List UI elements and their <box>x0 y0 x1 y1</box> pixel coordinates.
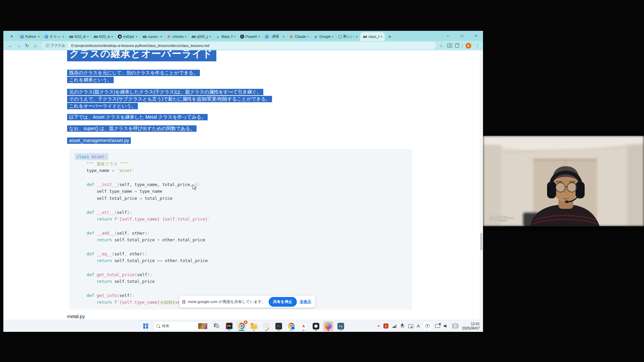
ime-pad-icon[interactable] <box>452 324 458 328</box>
tab-close-icon[interactable]: × <box>379 35 384 39</box>
tab-Python[interactable]: Python× <box>17 32 42 41</box>
maximize-button[interactable]: □ <box>455 31 469 41</box>
python-file-icon <box>337 323 344 329</box>
copilot-taskbar-button[interactable] <box>323 321 333 331</box>
running-indicator <box>265 330 267 331</box>
new-tab-button[interactable]: + <box>385 32 394 40</box>
participant-name: 小川慶一 <box>488 214 514 222</box>
tab-t020_la[interactable]: t020_la× <box>91 32 115 41</box>
kebab-menu-icon[interactable]: ⋮ <box>474 43 480 48</box>
chrome-profile2-taskbar-button[interactable] <box>286 321 296 331</box>
tab-Claude[interactable]: Claude× <box>287 32 311 41</box>
tab-label: PowerP <box>246 35 257 39</box>
tab-close-icon[interactable]: × <box>232 35 237 39</box>
tab-chrome[interactable]: chrome× <box>164 32 189 41</box>
github-icon <box>118 35 122 39</box>
home-icon[interactable]: ⌂ <box>31 42 40 50</box>
code-filename-label: asset_management/asset.py <box>67 137 131 144</box>
media-camera-icon[interactable] <box>447 44 452 48</box>
tab-close-icon[interactable]: × <box>306 35 310 39</box>
pycharm-taskbar-button[interactable] <box>224 321 234 331</box>
tab-label: t020_la <box>99 35 110 39</box>
tab-class_le[interactable]: class_le× <box>360 32 385 41</box>
extensions-puzzle-icon[interactable] <box>455 44 459 48</box>
file-scheme-chip[interactable]: ⓘ ファイル <box>43 43 68 49</box>
tab-close-icon[interactable]: × <box>37 35 41 39</box>
tab-close-icon[interactable]: × <box>86 35 90 39</box>
reload-icon[interactable]: ↻ <box>23 42 31 50</box>
tabs-container: Python×さらっと学×t010_tk×t020_la×md2pd×curso… <box>17 31 385 41</box>
tab-md2pd[interactable]: md2pd× <box>115 32 140 41</box>
tab-q000_p[interactable]: q000_p× <box>189 32 213 41</box>
notepad-taskbar-button[interactable] <box>261 321 271 331</box>
onedrive-paused-icon[interactable]: ☁ <box>392 324 397 328</box>
markdown-icon <box>69 35 73 39</box>
speaker-icon[interactable] <box>444 324 449 328</box>
ime-mode-icon[interactable]: A <box>417 323 420 328</box>
close-button[interactable]: × <box>469 31 483 41</box>
stop-sharing-button[interactable]: 共有を停止 <box>269 297 297 307</box>
tab-search-chevron-icon[interactable]: ▾ <box>7 32 17 40</box>
tab-close-icon[interactable]: × <box>159 35 163 39</box>
github-desktop-taskbar-button[interactable] <box>311 321 321 331</box>
tab-Marp: N[interactable]: Marp: N× <box>213 32 238 41</box>
scrollbar-thumb[interactable] <box>480 233 482 250</box>
bookmark-star-icon[interactable]: ☆ <box>438 43 444 48</box>
tab-close-icon[interactable]: × <box>183 35 188 39</box>
clock-widget[interactable]: 12:41 2025/06/07 <box>462 322 480 330</box>
tab-close-icon[interactable]: × <box>208 35 212 39</box>
running-indicator <box>340 330 342 331</box>
page-title: クラスの継承とオーバーライド <box>67 50 216 61</box>
explorer-taskbar-button[interactable] <box>249 321 259 331</box>
notepad-icon <box>264 323 269 329</box>
tab-cursor-[interactable]: cursor-× <box>140 32 164 41</box>
tab-strip: ▾ Python×さらっと学×t010_tk×t020_la×md2pd×cur… <box>3 31 483 41</box>
tray-expand-chevron-icon[interactable]: ^ <box>377 324 379 328</box>
tab-t010_tk[interactable]: t010_tk× <box>66 32 91 41</box>
code-line: return f'{self.type_name} {self.total_pr… <box>76 216 405 223</box>
profile-avatar[interactable]: k <box>466 43 471 49</box>
clock-date: 2025/06/07 <box>462 326 480 330</box>
address-bar[interactable]: ⓘ ファイル D:/projects/lessons/desktop-ui-le… <box>42 42 436 49</box>
tab-close-icon[interactable]: × <box>257 35 261 39</box>
hide-banner-link[interactable]: 非表示 <box>300 299 312 304</box>
tab-- 講座[interactable]: - 講座× <box>262 32 287 41</box>
terminal-taskbar-button[interactable] <box>274 321 284 331</box>
tab-新しいタ[interactable]: 新しいタ× <box>336 32 360 41</box>
python-code-block[interactable]: class Asset: """ 資産クラス """ type_name = '… <box>69 149 412 310</box>
back-icon[interactable]: ← <box>6 42 14 50</box>
security-notification-icon[interactable]: 1 <box>383 323 388 328</box>
tab-さらっと学[interactable]: さらっと学× <box>42 32 66 41</box>
tab-close-icon[interactable]: × <box>355 35 359 39</box>
running-indicator <box>290 330 292 331</box>
python-file-taskbar-button[interactable] <box>336 321 346 331</box>
external-display-icon[interactable] <box>435 324 440 328</box>
tab-close-icon[interactable]: × <box>110 35 114 39</box>
tab-PowerP[interactable]: PowerP× <box>238 32 262 41</box>
tab-close-icon[interactable]: × <box>61 35 65 39</box>
markdown-icon <box>93 35 98 39</box>
tab-close-icon[interactable]: × <box>281 35 286 39</box>
meet-share-message: meet.google.com が画面を共有しています。 <box>188 299 266 304</box>
tab-close-icon[interactable]: × <box>135 35 139 39</box>
taskbar-search-box[interactable]: 検索 <box>153 321 209 331</box>
code-line: def __str__(self): <box>76 209 405 216</box>
tab-label: 新しいタ <box>343 34 355 39</box>
tab-close-icon[interactable]: × <box>330 35 335 39</box>
clock-app-icon[interactable] <box>423 322 431 330</box>
acrobat-taskbar-button[interactable] <box>299 321 309 331</box>
tab-Google[interactable]: Google× <box>311 32 336 41</box>
start-button[interactable] <box>141 321 151 331</box>
task-view-taskbar-button[interactable] <box>212 321 222 331</box>
microphone-icon[interactable] <box>400 323 405 329</box>
forward-icon[interactable]: → <box>14 42 23 50</box>
minimize-button[interactable]: – <box>441 31 455 41</box>
scrollbar[interactable] <box>480 50 483 320</box>
running-indicator <box>253 330 255 331</box>
tab-label: cursor- <box>148 35 159 39</box>
meet-share-banner: meet.google.com が画面を共有しています。 共有を停止 非表示 <box>179 296 315 308</box>
chrome-taskbar-button[interactable]: k <box>236 321 247 331</box>
claude-icon <box>289 35 293 39</box>
screen-cast-icon[interactable] <box>408 324 413 328</box>
windows-taskbar: 検索 k ^ 1 ☁ A 12:41 2025/06/07 <box>3 320 483 332</box>
